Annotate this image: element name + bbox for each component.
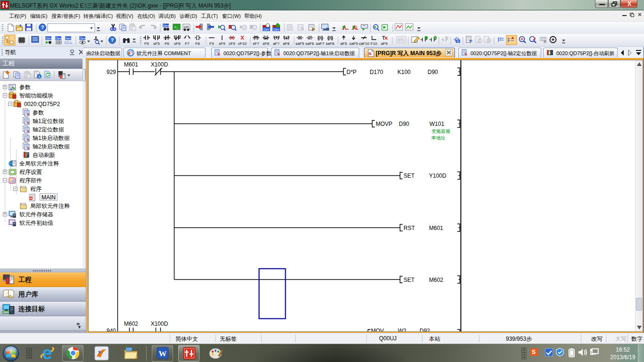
svg-text:saF6: saF6: [305, 41, 314, 46]
svg-text:Dev: Dev: [55, 37, 61, 40]
svg-text:M601: M601: [429, 225, 443, 231]
svg-text:MOVP: MOVP: [376, 121, 392, 127]
svg-text:?: ?: [111, 37, 114, 43]
svg-text:X100D: X100D: [151, 61, 168, 68]
svg-text:?: ?: [41, 25, 44, 30]
svg-text:sF7: sF7: [253, 41, 259, 46]
svg-text:i: i: [39, 74, 40, 79]
svg-text:caF10: caF10: [359, 41, 370, 46]
svg-text:cF9: cF9: [229, 41, 235, 46]
svg-text:D170: D170: [370, 69, 383, 75]
svg-text:aF8: aF8: [283, 41, 289, 46]
svg-text:cF10: cF10: [238, 41, 247, 46]
svg-text:D92: D92: [420, 328, 430, 331]
svg-text:940: 940: [107, 328, 116, 331]
svg-text:D90: D90: [399, 121, 409, 127]
svg-text:sF8: sF8: [263, 41, 269, 46]
svg-text:M602: M602: [124, 321, 138, 327]
svg-text:F10: F10: [371, 41, 377, 46]
svg-text:929: 929: [107, 69, 116, 75]
svg-text:aF5: aF5: [340, 41, 347, 46]
svg-text:>_: >_: [174, 25, 179, 29]
svg-text:caF5: caF5: [349, 41, 358, 46]
svg-text:Dev: Dev: [45, 37, 51, 40]
svg-text:RST: RST: [404, 225, 415, 231]
svg-text:STL: STL: [398, 38, 405, 42]
svg-text:D*P: D*P: [347, 69, 356, 75]
svg-text:e: e: [42, 346, 52, 362]
svg-text:saF7: saF7: [316, 41, 324, 46]
svg-text:CC-L: CC-L: [65, 41, 72, 44]
svg-text:Dev: Dev: [163, 24, 169, 27]
svg-text:Dev: Dev: [540, 37, 546, 41]
svg-text:aF9: aF9: [381, 41, 388, 46]
svg-text:F5: F5: [144, 41, 149, 46]
svg-text:Dev: Dev: [79, 37, 85, 40]
svg-text:K100: K100: [397, 69, 411, 75]
svg-text:M602: M602: [429, 277, 443, 283]
svg-text:sF6: sF6: [174, 41, 181, 46]
svg-text:D90: D90: [428, 69, 438, 75]
svg-text:F8: F8: [195, 41, 200, 46]
svg-text:W101: W101: [429, 121, 445, 127]
svg-text:Dev: Dev: [273, 28, 280, 31]
svg-text:M601: M601: [124, 61, 138, 68]
svg-text:sF9: sF9: [219, 41, 225, 46]
svg-text:saF8: saF8: [326, 41, 334, 46]
svg-text:F6: F6: [165, 41, 169, 46]
svg-text:saF5: saF5: [296, 41, 304, 46]
svg-text:变频器频: 变频器频: [431, 129, 450, 134]
svg-text:MOV: MOV: [371, 328, 384, 331]
svg-text:SET: SET: [404, 173, 415, 179]
svg-text:aF7: aF7: [273, 41, 280, 46]
svg-text:Y100D: Y100D: [429, 173, 446, 179]
svg-text:W: W: [159, 349, 167, 358]
svg-text:W2: W2: [398, 328, 406, 331]
svg-text:sF5: sF5: [153, 41, 160, 46]
svg-text:X100D: X100D: [151, 321, 168, 327]
svg-text:SET: SET: [404, 277, 415, 283]
svg-text:率地址: 率地址: [431, 135, 446, 140]
svg-text:F9: F9: [209, 41, 214, 46]
svg-text:F7: F7: [185, 41, 190, 46]
svg-text:Dev: Dev: [264, 28, 270, 31]
svg-text:Dev: Dev: [65, 37, 71, 40]
